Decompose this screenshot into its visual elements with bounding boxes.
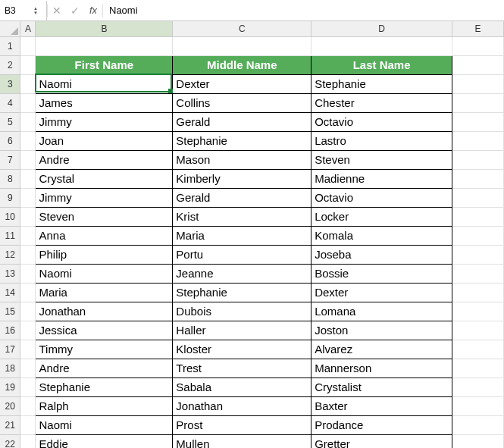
row-header[interactable]: 2 (0, 55, 20, 74)
cell[interactable] (452, 150, 504, 169)
row-header[interactable]: 10 (0, 207, 20, 226)
row-header[interactable]: 19 (0, 378, 20, 396)
row-header[interactable]: 3 (0, 74, 20, 93)
col-header-c[interactable]: C (173, 21, 311, 36)
cell[interactable] (452, 359, 504, 378)
cell[interactable]: Octavio (311, 112, 452, 131)
cell[interactable]: Mason (173, 150, 311, 169)
cell[interactable]: Sabala (173, 378, 311, 396)
cell[interactable] (20, 302, 36, 321)
row-header[interactable]: 18 (0, 359, 20, 378)
cell[interactable] (20, 359, 36, 378)
cell[interactable]: Komala (311, 226, 452, 245)
cell[interactable] (20, 169, 36, 188)
row-header[interactable]: 15 (0, 302, 20, 321)
cell[interactable] (20, 55, 36, 74)
cell[interactable] (452, 169, 504, 188)
row-header[interactable]: 20 (0, 396, 20, 415)
row-header[interactable]: 11 (0, 226, 20, 245)
row-header[interactable]: 22 (0, 434, 20, 448)
row-header[interactable]: 14 (0, 283, 20, 302)
row-header[interactable]: 9 (0, 188, 20, 207)
cell[interactable] (20, 131, 36, 150)
cell[interactable]: Steven (36, 207, 173, 226)
cell[interactable]: Jeanne (173, 264, 311, 283)
cell[interactable]: Joan (36, 131, 173, 150)
cell[interactable]: Naomi (36, 264, 173, 283)
row-header[interactable]: 7 (0, 150, 20, 169)
cancel-formula-button[interactable]: ✕ (48, 0, 66, 20)
cell[interactable]: Crystalist (311, 378, 452, 396)
col-header-d[interactable]: D (311, 21, 452, 36)
row-header[interactable]: 8 (0, 169, 20, 188)
cell[interactable] (20, 207, 36, 226)
cell[interactable]: Mannerson (311, 359, 452, 378)
formula-input[interactable]: Naomi (103, 5, 504, 16)
cell[interactable]: Kimberly (173, 169, 311, 188)
cell[interactable] (20, 378, 36, 396)
row-header[interactable]: 17 (0, 340, 20, 359)
cell[interactable] (452, 112, 504, 131)
cell[interactable]: Dubois (173, 302, 311, 321)
cell[interactable]: Kloster (173, 340, 311, 359)
cell[interactable]: Andre (36, 359, 173, 378)
cell[interactable] (452, 36, 504, 55)
cell[interactable]: Ralph (36, 396, 173, 415)
cell[interactable] (20, 340, 36, 359)
cell[interactable] (20, 264, 36, 283)
cell[interactable]: Collins (173, 93, 311, 112)
cell[interactable]: Prodance (311, 415, 452, 434)
cell[interactable] (20, 245, 36, 264)
cell[interactable]: Philip (36, 245, 173, 264)
cell[interactable]: Dexter (311, 283, 452, 302)
cell[interactable] (452, 434, 504, 448)
cell[interactable] (20, 74, 36, 93)
insert-function-button[interactable]: fx (84, 0, 102, 20)
cell[interactable]: Steven (311, 150, 452, 169)
cell[interactable]: Jonathan (36, 302, 173, 321)
cell[interactable] (20, 36, 36, 55)
header-last-name[interactable]: Last Name (311, 55, 452, 74)
cell[interactable] (36, 36, 173, 55)
cell[interactable] (20, 188, 36, 207)
cell[interactable]: Lomana (311, 302, 452, 321)
cell[interactable]: Naomi (36, 415, 173, 434)
cell[interactable] (20, 396, 36, 415)
cell[interactable] (452, 245, 504, 264)
cell[interactable] (452, 226, 504, 245)
cell[interactable] (452, 74, 504, 93)
cell[interactable] (452, 340, 504, 359)
cell[interactable] (173, 36, 311, 55)
row-header[interactable]: 12 (0, 245, 20, 264)
cell[interactable]: Joston (311, 321, 452, 340)
cell[interactable] (311, 36, 452, 55)
col-header-a[interactable]: A (20, 21, 36, 36)
cell[interactable]: Haller (173, 321, 311, 340)
cell[interactable] (20, 150, 36, 169)
cell[interactable] (452, 302, 504, 321)
header-middle-name[interactable]: Middle Name (173, 55, 311, 74)
accept-formula-button[interactable]: ✓ (66, 0, 84, 20)
cell[interactable]: Locker (311, 207, 452, 226)
cell[interactable] (20, 434, 36, 448)
cell[interactable] (452, 321, 504, 340)
cell[interactable]: Trest (173, 359, 311, 378)
cell[interactable]: Naomi (36, 74, 173, 93)
cell[interactable]: Gretter (311, 434, 452, 448)
name-box[interactable]: B3 ▲ ▼ (0, 1, 47, 20)
cell[interactable] (20, 321, 36, 340)
cell[interactable]: Lastro (311, 131, 452, 150)
cell[interactable]: Mullen (173, 434, 311, 448)
cell[interactable]: Jimmy (36, 112, 173, 131)
cell[interactable]: Bossie (311, 264, 452, 283)
cell[interactable] (20, 415, 36, 434)
cell[interactable]: Alvarez (311, 340, 452, 359)
cell[interactable]: Jonathan (173, 396, 311, 415)
row-header[interactable]: 5 (0, 112, 20, 131)
cell[interactable]: Andre (36, 150, 173, 169)
row-header[interactable]: 4 (0, 93, 20, 112)
cell[interactable]: Gerald (173, 112, 311, 131)
col-header-b[interactable]: B (36, 21, 173, 36)
cell[interactable] (452, 283, 504, 302)
cell[interactable] (452, 378, 504, 396)
